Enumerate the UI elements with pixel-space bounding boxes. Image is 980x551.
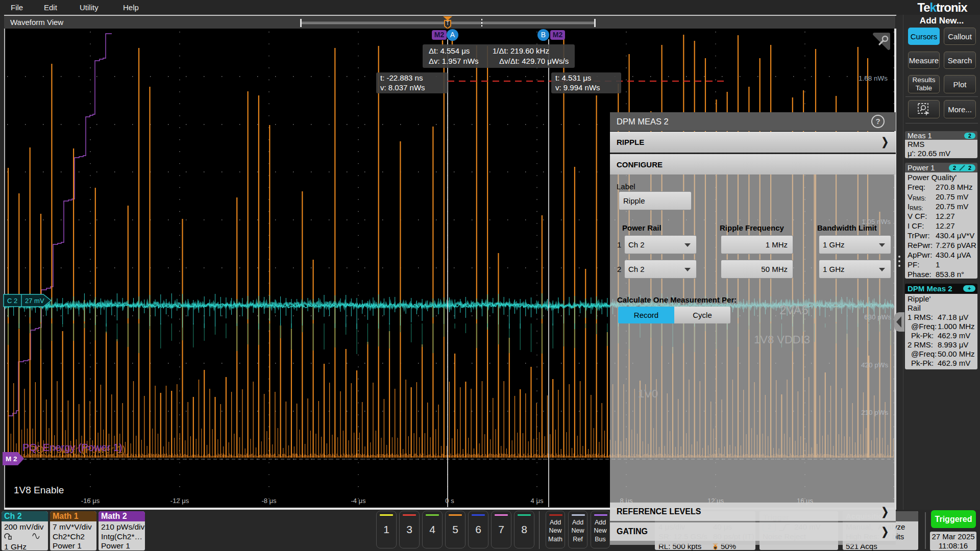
svg-text:1.68 nWs: 1.68 nWs — [859, 74, 888, 82]
svg-text:M 2: M 2 — [6, 455, 17, 463]
svg-text:C 2: C 2 — [7, 297, 17, 305]
svg-text:T: T — [446, 20, 449, 26]
svg-text:2: 2 — [953, 165, 956, 171]
svg-text:2: 2 — [968, 165, 971, 171]
svg-text:27 mV: 27 mV — [25, 297, 44, 305]
